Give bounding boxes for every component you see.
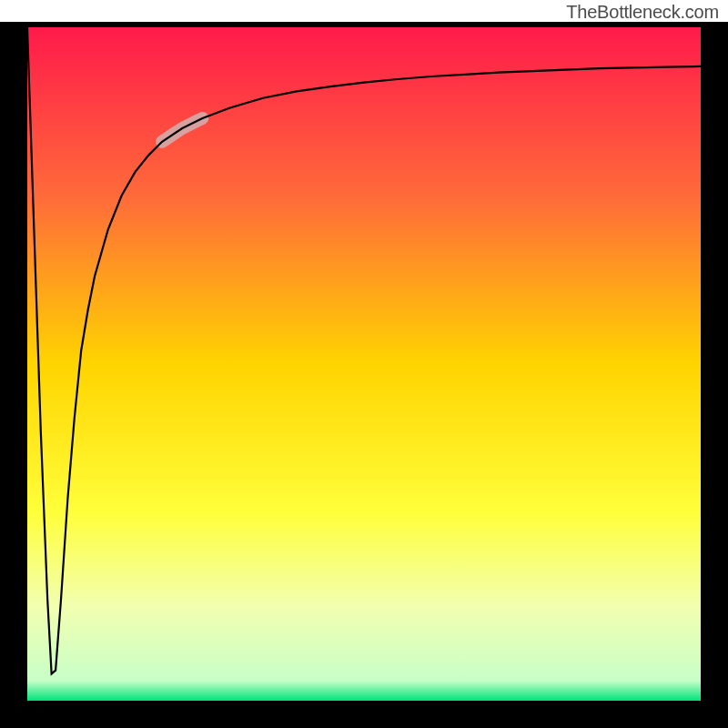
attribution-text: TheBottleneck.com	[566, 2, 719, 23]
chart-container: TheBottleneck.com	[0, 0, 728, 728]
bottleneck-chart	[0, 22, 728, 728]
plot-area	[27, 27, 701, 701]
